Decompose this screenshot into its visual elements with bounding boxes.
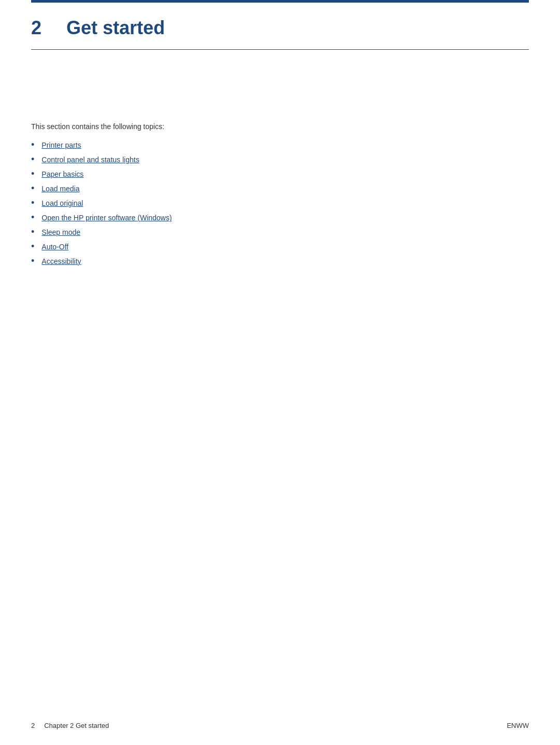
topic-link-4[interactable]: Load original	[41, 199, 83, 207]
chapter-header: 2 Get started	[31, 3, 529, 50]
list-item: •Load media	[31, 184, 529, 193]
footer-locale: ENWW	[507, 722, 529, 729]
topic-link-1[interactable]: Control panel and status lights	[41, 156, 139, 164]
topic-link-5[interactable]: Open the HP printer software (Windows)	[41, 214, 172, 222]
topic-link-2[interactable]: Paper basics	[41, 170, 83, 178]
topic-link-8[interactable]: Accessibility	[41, 257, 81, 265]
topic-link-6[interactable]: Sleep mode	[41, 228, 80, 236]
bullet-icon: •	[31, 140, 34, 149]
topic-link-0[interactable]: Printer parts	[41, 141, 81, 149]
footer-chapter-title-text: Get started	[74, 722, 109, 729]
bullet-icon: •	[31, 169, 34, 178]
list-item: •Sleep mode	[31, 227, 529, 236]
chapter-title: Get started	[66, 17, 165, 39]
list-item: •Accessibility	[31, 256, 529, 265]
topic-link-3[interactable]: Load media	[41, 185, 79, 193]
bullet-icon: •	[31, 184, 34, 193]
bullet-icon: •	[31, 256, 34, 265]
list-item: •Paper basics	[31, 169, 529, 178]
bullet-icon: •	[31, 154, 34, 164]
list-item: •Auto-Off	[31, 242, 529, 251]
topic-link-7[interactable]: Auto-Off	[41, 243, 68, 251]
bullet-icon: •	[31, 227, 34, 236]
footer-page-number: 2	[31, 722, 35, 729]
bullet-icon: •	[31, 242, 34, 251]
list-item: •Control panel and status lights	[31, 154, 529, 164]
page-container: 2 Get started This section contains the …	[0, 0, 560, 745]
chapter-number: 2	[31, 17, 52, 39]
footer-chapter-text: Chapter 2	[44, 722, 74, 729]
list-item: •Load original	[31, 198, 529, 207]
bullet-icon: •	[31, 213, 34, 222]
list-item: •Open the HP printer software (Windows)	[31, 213, 529, 222]
page-footer: 2 Chapter 2 Get started ENWW	[31, 722, 529, 729]
footer-left: 2 Chapter 2 Get started	[31, 722, 109, 729]
footer-chapter-label: Chapter 2 Get started	[44, 722, 109, 729]
topics-list: •Printer parts•Control panel and status …	[31, 140, 529, 265]
bullet-icon: •	[31, 198, 34, 207]
list-item: •Printer parts	[31, 140, 529, 149]
intro-text: This section contains the following topi…	[31, 122, 529, 131]
